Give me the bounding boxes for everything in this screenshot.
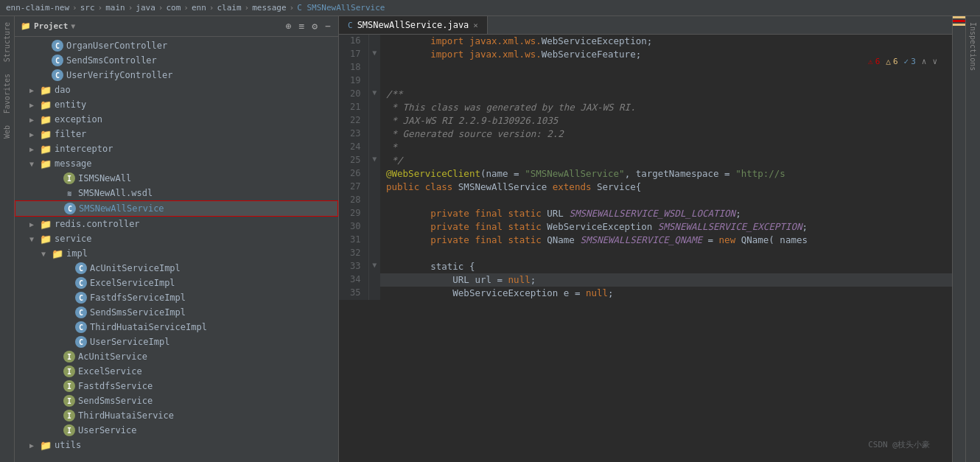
sidebar-item-ThirdHuataiService[interactable]: IThirdHuataiService bbox=[15, 408, 338, 423]
line-content[interactable]: static { bbox=[380, 260, 952, 273]
line-content[interactable] bbox=[380, 194, 952, 207]
breadcrumb-part[interactable]: src bbox=[80, 3, 95, 13]
sidebar-item-ExcelService[interactable]: IExcelService bbox=[15, 364, 338, 379]
sidebar-item-interceptor[interactable]: ▶📁interceptor bbox=[15, 141, 338, 156]
sidebar-item-AcUnitServiceImpl[interactable]: CAcUnitServiceImpl bbox=[15, 261, 338, 276]
warning-down-btn[interactable]: ∨ bbox=[932, 57, 937, 66]
line-fold-icon[interactable]: ▼ bbox=[368, 48, 380, 61]
project-sidebar: 📁 Project ▼ ⊕ ≡ ⚙ − COrganUserController… bbox=[15, 16, 339, 462]
sidebar-item-FastdfsServiceImpl[interactable]: CFastdfsServiceImpl bbox=[15, 290, 338, 305]
line-number: 17 bbox=[339, 48, 368, 61]
sidebar-item-message[interactable]: ▼📁message bbox=[15, 156, 338, 171]
sidebar-item-OrganUserController[interactable]: COrganUserController bbox=[15, 38, 338, 53]
breadcrumb-part[interactable]: enn-claim-new bbox=[6, 3, 69, 13]
sidebar-item-ISMSNewAll[interactable]: IISMSNewAll bbox=[15, 171, 338, 186]
line-content[interactable]: public class SMSNewAllService extends Se… bbox=[380, 181, 952, 194]
sidebar-tree[interactable]: COrganUserControllerCSendSmsControllerCU… bbox=[15, 37, 338, 462]
line-content[interactable]: import javax.xml.ws.WebServiceFeature; bbox=[380, 48, 952, 61]
sidebar-item-service[interactable]: ▼📁service bbox=[15, 231, 338, 246]
tree-node-icon: I bbox=[63, 424, 75, 436]
line-content[interactable]: private final static URL SMSNEWALLSERVIC… bbox=[380, 207, 952, 220]
breadcrumb-part[interactable]: com bbox=[166, 3, 181, 13]
line-content[interactable] bbox=[380, 61, 952, 74]
warning-icon: △ bbox=[886, 57, 891, 66]
line-content[interactable]: WebServiceException e = null; bbox=[380, 287, 952, 300]
tree-node-label: UserService bbox=[78, 425, 136, 435]
editor-content[interactable]: 16 import javax.xml.ws.WebServiceExcepti… bbox=[339, 35, 952, 462]
sidebar-item-FastdfsService[interactable]: IFastdfsService bbox=[15, 379, 338, 393]
token-kw: null bbox=[586, 287, 608, 298]
line-fold-icon[interactable]: ▼ bbox=[368, 154, 380, 167]
line-content[interactable]: * Generated source version: 2.2 bbox=[380, 127, 952, 141]
error-count[interactable]: ⚠ 6 bbox=[868, 57, 880, 66]
line-content[interactable]: */ bbox=[380, 154, 952, 167]
warning-up-btn[interactable]: ∧ bbox=[922, 57, 927, 66]
line-content[interactable]: * bbox=[380, 141, 952, 154]
tree-node-icon: I bbox=[63, 410, 75, 421]
breadcrumb-part[interactable]: enn bbox=[192, 3, 206, 13]
line-content[interactable] bbox=[380, 74, 952, 88]
sidebar-item-SMSNewAllService[interactable]: CSMSNewAllService bbox=[15, 200, 338, 217]
sidebar-item-exception[interactable]: ▶📁exception bbox=[15, 112, 338, 127]
sidebar-item-redis.controller[interactable]: ▶📁redis.controller bbox=[15, 217, 338, 231]
web-tab[interactable]: Web bbox=[1, 119, 13, 144]
sidebar-item-SMSNewAll.wsdl[interactable]: ≋SMSNewAll.wsdl bbox=[15, 186, 338, 200]
warning-count[interactable]: △ 6 bbox=[886, 57, 897, 66]
sidebar-item-AcUnitService[interactable]: IAcUnitService bbox=[15, 349, 338, 364]
editor-area: C SMSNewAllService.java × ⚠ 6 △ 6 ✓ 3 ∧ … bbox=[339, 16, 952, 462]
token-comment: * This class was generated by the JAX-WS… bbox=[386, 102, 636, 113]
token-kw: final bbox=[475, 221, 508, 232]
tree-node-label: FastdfsService bbox=[78, 381, 153, 391]
line-content[interactable]: private final static WebServiceException… bbox=[380, 220, 952, 234]
breadcrumb-part[interactable]: main bbox=[105, 3, 125, 13]
token-comment: * Generated source version: 2.2 bbox=[386, 128, 564, 139]
line-fold-icon[interactable]: ▼ bbox=[368, 88, 380, 101]
sidebar-item-filter[interactable]: ▶📁filter bbox=[15, 127, 338, 141]
sidebar-item-SendSmsServiceImpl[interactable]: CSendSmsServiceImpl bbox=[15, 305, 338, 320]
sidebar-item-impl[interactable]: ▼📁impl bbox=[15, 246, 338, 261]
line-content[interactable]: import javax.xml.ws.WebServiceException; bbox=[380, 35, 952, 48]
line-number: 30 bbox=[339, 220, 368, 234]
line-fold-icon[interactable]: ▼ bbox=[368, 260, 380, 273]
line-fold-icon bbox=[368, 220, 380, 234]
line-content[interactable]: @WebServiceClient(name = "SMSNewAllServi… bbox=[380, 167, 952, 181]
line-content[interactable]: private final static QName SMSNEWALLSERV… bbox=[380, 234, 952, 247]
sidebar-item-UserService[interactable]: IUserService bbox=[15, 423, 338, 438]
sidebar-item-UserServiceImpl[interactable]: CUserServiceImpl bbox=[15, 335, 338, 349]
sidebar-icon-eq[interactable]: ≡ bbox=[298, 19, 307, 33]
line-content[interactable] bbox=[380, 247, 952, 260]
structure-tab[interactable]: Structure bbox=[1, 16, 13, 68]
sidebar-dropdown-icon[interactable]: ▼ bbox=[71, 22, 75, 30]
sidebar-icon-plus[interactable]: ⊕ bbox=[284, 19, 293, 33]
breadcrumb-part[interactable]: message bbox=[252, 3, 286, 13]
tab-sms-service[interactable]: C SMSNewAllService.java × bbox=[339, 16, 488, 34]
line-content[interactable]: URL url = null; bbox=[380, 273, 952, 287]
sidebar-item-UserVerifyController[interactable]: CUserVerifyController bbox=[15, 68, 338, 83]
breadcrumb-part[interactable]: claim bbox=[217, 3, 241, 13]
line-fold-icon bbox=[368, 61, 380, 74]
token-type: ; bbox=[735, 208, 741, 219]
sidebar-item-utils[interactable]: ▶📁utils bbox=[15, 438, 338, 452]
sidebar-item-dao[interactable]: ▶📁dao bbox=[15, 83, 338, 97]
tree-node-label: ExcelService bbox=[78, 366, 142, 377]
sidebar-item-SendSmsController[interactable]: CSendSmsController bbox=[15, 53, 338, 68]
info-count[interactable]: ✓ 3 bbox=[904, 57, 916, 66]
sidebar-item-SendSmsService[interactable]: ISendSmsService bbox=[15, 393, 338, 408]
sidebar-icon-minus[interactable]: − bbox=[323, 19, 332, 33]
sidebar-item-ExcelServiceImpl[interactable]: CExcelServiceImpl bbox=[15, 276, 338, 290]
inspections-tab[interactable]: Inspections bbox=[967, 16, 979, 77]
tree-arrow: ▼ bbox=[29, 235, 40, 243]
breadcrumb-class[interactable]: C SMSNewAllService bbox=[297, 3, 385, 13]
line-content[interactable]: * This class was generated by the JAX-WS… bbox=[380, 101, 952, 114]
table-row: 23 * Generated source version: 2.2 bbox=[339, 127, 952, 141]
breadcrumb-part[interactable]: java bbox=[136, 3, 155, 13]
table-row: 18 bbox=[339, 61, 952, 74]
tree-arrow: ▶ bbox=[29, 441, 40, 449]
tab-close-btn[interactable]: × bbox=[473, 21, 478, 30]
line-content[interactable]: /** bbox=[380, 88, 952, 101]
sidebar-item-entity[interactable]: ▶📁entity bbox=[15, 97, 338, 112]
favorites-tab[interactable]: Favorites bbox=[1, 68, 13, 119]
line-content[interactable]: * JAX-WS RI 2.2.9-b130926.1035 bbox=[380, 114, 952, 127]
sidebar-icon-gear[interactable]: ⚙ bbox=[310, 19, 319, 33]
sidebar-item-ThirdHuataiServiceImpl[interactable]: CThirdHuataiServiceImpl bbox=[15, 320, 338, 335]
